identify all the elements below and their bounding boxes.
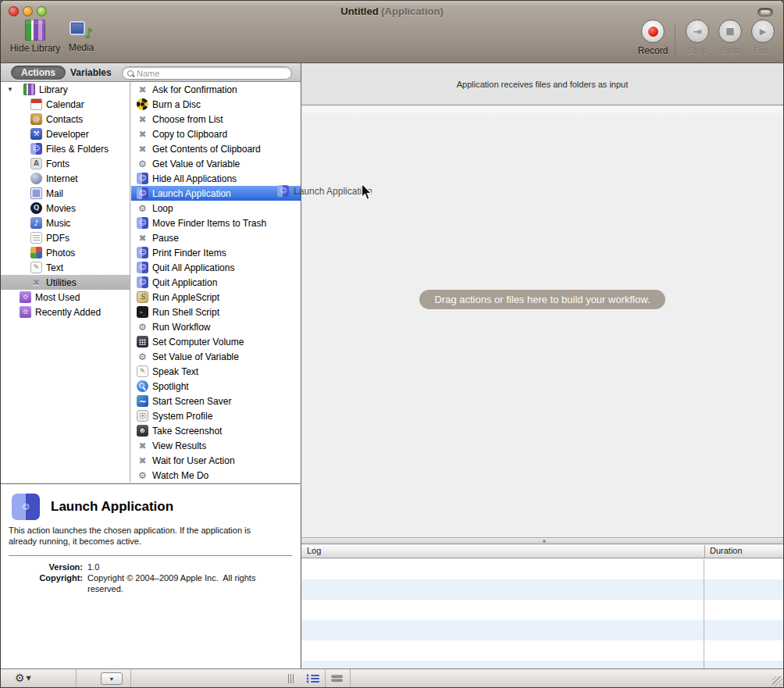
version-row: Version: 1.0 xyxy=(1,562,300,573)
action-item[interactable]: Take Screenshot xyxy=(131,423,301,438)
tools-icon xyxy=(137,232,148,244)
action-item[interactable]: System Profile xyxy=(131,408,301,423)
sidebar-item[interactable]: ▼ Photos xyxy=(1,245,130,260)
segments-view-button[interactable] xyxy=(327,672,347,685)
stop-icon: ■ xyxy=(718,20,742,43)
sidebar-item[interactable]: ▼ Fonts xyxy=(1,156,130,171)
log-splitter[interactable] xyxy=(301,537,783,544)
splitter-handle-icon xyxy=(543,540,546,543)
window-resize-grip[interactable] xyxy=(772,676,782,686)
sidebar-item[interactable]: ▼ Utilities xyxy=(1,275,130,290)
tools-icon xyxy=(137,84,148,95)
action-item[interactable]: Run Shell Script xyxy=(131,305,301,319)
stop-button: ■ Stop xyxy=(713,20,747,56)
action-item[interactable]: Get Value of Variable xyxy=(131,156,301,171)
tools-icon xyxy=(137,143,148,155)
action-description-panel: Launch Application This action launches … xyxy=(1,483,300,670)
action-item[interactable]: Get Contents of Clipboard xyxy=(131,141,301,156)
volume-icon xyxy=(137,336,148,348)
action-item[interactable]: Print Finder Items xyxy=(131,245,301,260)
screensaver-icon xyxy=(137,395,148,407)
variable-icon xyxy=(137,321,148,333)
movies-icon xyxy=(30,202,42,214)
hide-library-button[interactable]: Hide Library xyxy=(6,20,64,54)
drag-ghost-launch-application[interactable]: Launch Application xyxy=(277,185,372,197)
disclosure-triangle-icon[interactable]: ▼ xyxy=(7,86,20,93)
search-field[interactable] xyxy=(122,66,292,80)
action-item[interactable]: Spotlight xyxy=(131,379,301,394)
log-column-header[interactable]: Log xyxy=(301,545,704,558)
action-item[interactable]: Watch Me Do xyxy=(131,468,301,483)
finder-icon xyxy=(137,247,148,258)
sidebar-item[interactable]: ▼ Developer xyxy=(1,127,130,141)
mouse-cursor xyxy=(361,183,372,201)
record-button[interactable]: Record xyxy=(635,20,671,56)
action-item[interactable]: Loop xyxy=(131,201,301,216)
finder-icon xyxy=(137,262,148,273)
sidebar-item[interactable]: ▼ Library xyxy=(1,82,130,97)
action-item[interactable]: Pause xyxy=(131,230,301,245)
pane-resize-grip[interactable] xyxy=(288,674,294,683)
workflow-canvas[interactable]: Drag actions or files here to build your… xyxy=(301,106,783,537)
action-item[interactable]: Burn a Disc xyxy=(131,97,301,112)
action-item[interactable]: Set Computer Volume xyxy=(131,334,301,349)
spotlight-icon xyxy=(137,380,148,392)
action-item[interactable]: Launch Application xyxy=(131,186,301,201)
action-item[interactable]: Ask for Confirmation xyxy=(131,82,301,97)
sidebar-item[interactable]: ▼ Calendar xyxy=(1,97,130,112)
run-button: ▶ Run xyxy=(746,20,780,56)
pdfs-icon xyxy=(30,232,42,244)
sidebar-item[interactable]: ▼ Contacts xyxy=(1,112,130,127)
list-view-button[interactable] xyxy=(303,672,323,685)
action-item[interactable]: Run Workflow xyxy=(131,319,301,334)
record-circle-icon xyxy=(641,20,665,43)
sidebar-item[interactable]: ▼ Mail xyxy=(1,186,130,201)
action-item[interactable]: Speak Text xyxy=(131,364,301,379)
action-item[interactable]: Run AppleScript xyxy=(131,290,301,305)
sidebar-item[interactable]: ▼ Files & Folders xyxy=(1,141,130,156)
sidebar-item[interactable]: ▼ Most Used xyxy=(1,290,130,305)
toolbar-toggle-button[interactable] xyxy=(757,8,773,16)
media-browser-toggle-button[interactable]: ▼ xyxy=(101,672,123,685)
text-icon xyxy=(30,262,42,273)
library-tab-strip: Actions Variables xyxy=(1,63,301,82)
variable-icon xyxy=(137,351,148,362)
variable-icon xyxy=(137,202,148,214)
tab-variables[interactable]: Variables xyxy=(70,67,112,78)
tools-icon xyxy=(137,440,148,451)
action-item[interactable]: View Results xyxy=(131,438,301,453)
action-item[interactable]: Quit All Applications xyxy=(131,260,301,275)
duration-column-header[interactable]: Duration xyxy=(704,545,783,558)
utilities-icon xyxy=(30,276,42,288)
finder-icon xyxy=(12,494,40,520)
action-item[interactable]: Start Screen Saver xyxy=(131,394,301,408)
finder-icon xyxy=(137,217,148,229)
library-icon xyxy=(23,84,35,95)
run-icon: ▶ xyxy=(751,20,775,43)
action-item[interactable]: Wait for User Action xyxy=(131,453,301,468)
sidebar-item[interactable]: ▼ Recently Added xyxy=(1,305,130,319)
action-item[interactable]: Move Finder Items to Trash xyxy=(131,216,301,230)
action-item[interactable]: Set Value of Variable xyxy=(131,349,301,364)
action-gear-menu-button[interactable]: ⚙▼ xyxy=(15,672,31,684)
camera-icon xyxy=(137,425,148,437)
duration-column-divider xyxy=(704,559,704,670)
finder-icon xyxy=(137,173,148,184)
action-item[interactable]: Hide All Applications xyxy=(131,171,301,186)
sidebar-item[interactable]: ▼ PDFs xyxy=(1,230,130,245)
search-input[interactable] xyxy=(137,69,287,78)
finder-icon xyxy=(277,185,289,197)
action-item[interactable]: Quit Application xyxy=(131,275,301,290)
sidebar-item[interactable]: ▼ Internet xyxy=(1,171,130,186)
profile-icon xyxy=(137,410,148,422)
sidebar-item[interactable]: ▼ Text xyxy=(1,260,130,275)
description-body: This action launches the chosen applicat… xyxy=(1,525,290,547)
sidebar-item[interactable]: ▼ Music xyxy=(1,216,130,230)
tab-actions[interactable]: Actions xyxy=(11,66,66,80)
internet-icon xyxy=(30,173,42,184)
action-item[interactable]: Copy to Clipboard xyxy=(131,127,301,141)
action-item[interactable]: Choose from List xyxy=(131,112,301,127)
media-button[interactable]: ♪ Media xyxy=(65,20,98,53)
sidebar-item[interactable]: ▼ Movies xyxy=(1,201,130,216)
window-title-suffix: (Application) xyxy=(381,5,443,17)
